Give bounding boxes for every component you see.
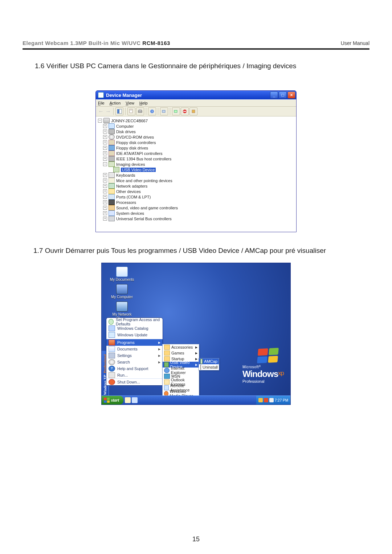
start-item[interactable]: Set Program Access and Defaults xyxy=(106,319,163,325)
start-item[interactable]: Run... xyxy=(106,372,163,378)
expand-icon[interactable] xyxy=(103,157,107,161)
forward-button[interactable]: → xyxy=(105,108,112,115)
ieee1394-icon xyxy=(109,156,115,161)
tray-clock[interactable]: 7:27 PM xyxy=(275,398,288,402)
desktop-icon-mycomputer[interactable]: My Computer xyxy=(107,284,136,299)
device-tree: JONNY-2ECC4B667 Computer Disk drives DVD… xyxy=(96,116,296,232)
submenu-item[interactable]: Games▶ xyxy=(163,350,199,356)
expand-icon[interactable] xyxy=(103,189,107,193)
expand-icon[interactable] xyxy=(103,178,107,182)
sound-icon xyxy=(109,205,115,210)
tool-showhide-icon[interactable] xyxy=(115,107,123,115)
windows-catalog-icon xyxy=(109,325,115,331)
programs-icon xyxy=(109,340,115,345)
tree-item[interactable]: Processors xyxy=(116,200,136,205)
expand-icon[interactable] xyxy=(103,162,107,166)
expand-icon[interactable] xyxy=(103,124,107,128)
tree-computer-name[interactable]: JONNY-2ECC4B667 xyxy=(111,119,148,123)
expand-icon[interactable] xyxy=(103,146,107,150)
ql-show-desktop-icon[interactable] xyxy=(125,397,131,403)
tree-item[interactable]: Imaging devices xyxy=(116,162,145,167)
expand-icon[interactable] xyxy=(103,211,107,215)
tool-help-icon[interactable]: ? xyxy=(148,107,156,115)
device-manager-window: Device Manager _ □ × File Action View He… xyxy=(95,90,297,232)
mycomputer-label: My Computer xyxy=(107,295,136,299)
expand-icon[interactable] xyxy=(103,206,107,210)
tree-item[interactable]: Keyboards xyxy=(116,173,135,177)
submenu-item[interactable]: Accessories▶ xyxy=(163,344,199,350)
expand-icon[interactable] xyxy=(103,151,107,155)
floppyctl-icon xyxy=(109,140,115,145)
menu-view[interactable]: View xyxy=(126,101,134,105)
quicklaunch xyxy=(125,397,138,403)
tree-item[interactable]: Sound, video and game controllers xyxy=(116,206,178,210)
tool-update-icon[interactable] xyxy=(189,107,197,115)
svg-rect-9 xyxy=(174,110,177,112)
start-item[interactable]: Documents▶ xyxy=(106,346,163,352)
tree-item[interactable]: Disk drives xyxy=(116,130,136,134)
tool-properties-icon[interactable] xyxy=(127,107,135,115)
tree-item[interactable]: Other devices xyxy=(116,189,141,194)
tree-item[interactable]: Network adapters xyxy=(116,184,147,188)
tray-shield-icon[interactable] xyxy=(258,398,263,402)
desktop-icon-mydocs[interactable]: My Documents xyxy=(107,267,136,282)
expand-icon[interactable] xyxy=(103,184,107,188)
tree-item[interactable]: Ports (COM & LPT) xyxy=(116,195,151,199)
tree-item[interactable]: System devices xyxy=(116,211,144,216)
submenu-item-amcap[interactable]: AMCap xyxy=(199,358,219,364)
expand-icon[interactable] xyxy=(103,135,107,139)
start-item[interactable]: Settings▶ xyxy=(106,352,163,359)
expand-icon[interactable] xyxy=(103,217,107,221)
maximize-button[interactable]: □ xyxy=(279,91,287,99)
tree-item[interactable]: IEEE 1394 Bus host controllers xyxy=(116,157,171,161)
header-left: Elegant Webcam 1.3MP Built-in Mic W/UVC … xyxy=(23,40,170,46)
tree-item[interactable]: Universal Serial Bus controllers xyxy=(116,217,172,221)
close-button[interactable]: × xyxy=(287,91,295,99)
tree-item[interactable]: Floppy disk drives xyxy=(116,146,148,150)
program-access-icon xyxy=(109,319,114,325)
tray-volume-icon[interactable] xyxy=(264,398,268,402)
tree-item[interactable]: IDE ATA/ATAPI controllers xyxy=(116,151,163,156)
expand-icon[interactable] xyxy=(103,173,107,177)
expand-icon[interactable] xyxy=(103,140,107,144)
start-item[interactable]: Windows Update xyxy=(106,332,163,338)
tree-item-selected[interactable]: USB Video Device xyxy=(121,168,156,172)
start-item[interactable]: ?Help and Support xyxy=(106,365,163,372)
expand-icon[interactable] xyxy=(98,119,102,123)
section-17-heading: 1.7 Ouvrir Démarrer puis Tous les progra… xyxy=(33,247,371,255)
start-item-shutdown[interactable]: Shut Down... xyxy=(106,379,163,385)
menu-action[interactable]: Action xyxy=(110,101,121,105)
start-item[interactable]: Search▶ xyxy=(106,359,163,365)
tree-item[interactable]: Floppy disk controllers xyxy=(116,140,156,145)
start-button[interactable]: start xyxy=(102,396,123,405)
ide-icon xyxy=(109,151,115,156)
menu-help[interactable]: Help xyxy=(139,101,148,105)
tree-item[interactable]: DVD/CD-ROM drives xyxy=(116,135,154,139)
back-button[interactable]: ← xyxy=(97,108,105,115)
tool-disable-icon[interactable] xyxy=(181,107,189,115)
submenu-item-uninstall[interactable]: Uninstall xyxy=(199,364,219,370)
tree-item[interactable]: Computer xyxy=(116,124,134,128)
tree-item[interactable]: Mice and other pointing devices xyxy=(116,178,172,183)
svg-rect-8 xyxy=(162,110,165,112)
titlebar[interactable]: Device Manager _ □ × xyxy=(96,91,296,99)
submenu-item[interactable]: Internet Explorer xyxy=(163,368,199,373)
tool-print-icon[interactable] xyxy=(136,107,144,115)
svg-rect-4 xyxy=(138,111,142,112)
minimize-button[interactable]: _ xyxy=(270,91,278,99)
tool-uninstall-icon[interactable] xyxy=(172,107,180,115)
expand-icon[interactable] xyxy=(103,200,107,204)
tray-network-icon[interactable] xyxy=(269,398,274,402)
system-icon xyxy=(109,210,115,216)
svg-rect-11 xyxy=(183,111,186,112)
mouse-icon xyxy=(109,178,115,183)
svg-rect-5 xyxy=(139,110,141,111)
expand-icon[interactable] xyxy=(103,195,107,199)
menu-file[interactable]: File xyxy=(98,101,105,105)
start-item-programs[interactable]: Programs▶ xyxy=(106,339,163,346)
toolbar: ← → ? xyxy=(96,107,296,116)
ql-ie-icon[interactable] xyxy=(132,397,138,403)
tool-scan-icon[interactable] xyxy=(160,107,168,115)
expand-icon[interactable] xyxy=(103,130,107,134)
msn-icon xyxy=(164,374,170,379)
